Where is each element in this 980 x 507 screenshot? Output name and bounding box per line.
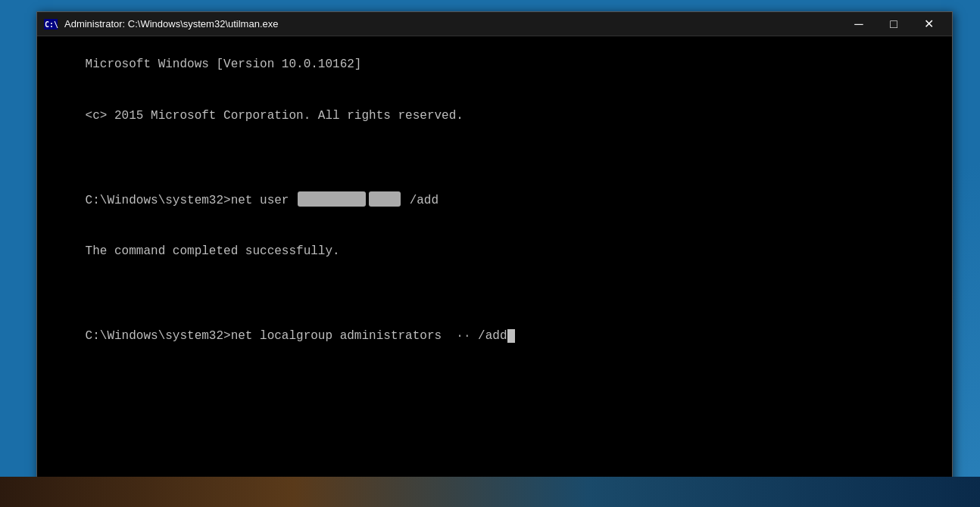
redacted-username1 — [298, 191, 366, 207]
taskbar-strip — [0, 477, 980, 507]
line4: The command completed successfully. — [86, 244, 340, 258]
cmd-icon: C:\ — [43, 18, 58, 30]
title-bar: C:\ Administrator: C:\Windows\system32\u… — [37, 12, 952, 36]
svg-text:C:\: C:\ — [45, 20, 58, 29]
redacted-username2 — [369, 191, 401, 207]
line2: <c> 2015 Microsoft Corporation. All righ… — [86, 109, 463, 123]
line6: C:\Windows\system32>net localgroup admin… — [86, 329, 515, 343]
maximize-button[interactable]: □ — [876, 12, 911, 36]
minimize-button[interactable]: ─ — [841, 12, 876, 36]
redacted-dots: ·· — [456, 329, 470, 343]
terminal-body[interactable]: Microsoft Windows [Version 10.0.10162] <… — [37, 36, 952, 487]
cmd-window: C:\ Administrator: C:\Windows\system32\u… — [36, 11, 953, 488]
terminal-output: Microsoft Windows [Version 10.0.10162] <… — [42, 39, 947, 361]
close-button[interactable]: ✕ — [911, 12, 946, 36]
window-controls: ─ □ ✕ — [841, 12, 946, 36]
line1: Microsoft Windows [Version 10.0.10162] — [86, 58, 362, 71]
line3: C:\Windows\system32>net user /add — [86, 194, 439, 207]
line3-prefix: C:\Windows\system32>net user — [86, 194, 296, 207]
line3-suffix: /add — [402, 194, 439, 207]
line6-suffix: /add — [471, 329, 507, 343]
line6-main: C:\Windows\system32>net localgroup admin… — [86, 329, 442, 343]
cursor — [507, 329, 515, 343]
window-title: Administrator: C:\Windows\system32\utilm… — [64, 18, 841, 30]
